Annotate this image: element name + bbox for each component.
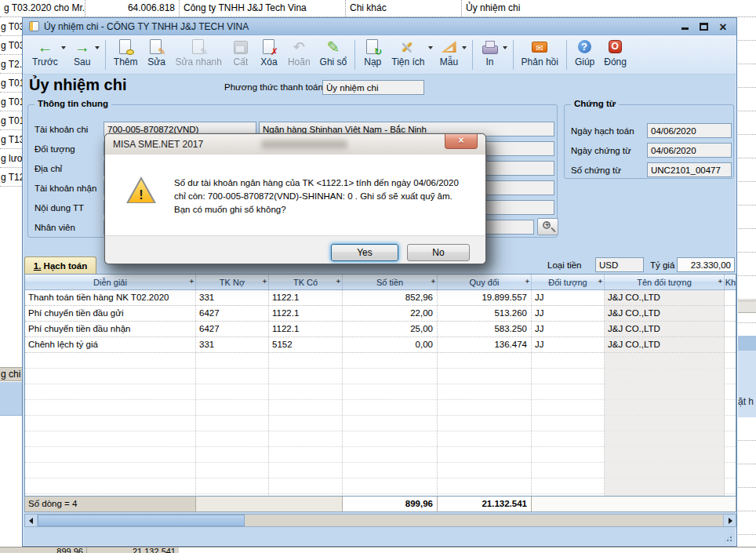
- maximize-button[interactable]: [697, 20, 711, 33]
- scroll-thumb[interactable]: [38, 515, 245, 526]
- form-row: Ngày hạch toán04/06/2020: [571, 123, 732, 138]
- column-header[interactable]: Số tiền+: [343, 275, 438, 289]
- scroll-right-arrow[interactable]: [723, 515, 736, 526]
- table-cell[interactable]: 852,96: [343, 290, 438, 305]
- horizontal-scrollbar[interactable]: [24, 514, 736, 527]
- table-cell[interactable]: [725, 322, 736, 337]
- table-cell[interactable]: 6427: [196, 322, 269, 337]
- toolbar-cat: Cất: [227, 38, 255, 69]
- wrench-icon: [398, 38, 417, 56]
- table-cell[interactable]: JJ: [532, 306, 605, 321]
- toolbar-in[interactable]: In: [476, 38, 510, 69]
- table-cell[interactable]: 5152: [269, 337, 343, 352]
- empty-cell: [605, 384, 725, 399]
- column-header[interactable]: Quy đổi+: [438, 275, 532, 289]
- close-button[interactable]: [716, 20, 730, 33]
- table-cell[interactable]: J&J CO.,LTD: [605, 290, 725, 305]
- table-footer-row: Số dòng = 4 899,96 21.132.541: [24, 497, 736, 512]
- table-cell[interactable]: 331: [196, 337, 269, 352]
- column-header[interactable]: Đối tượng+: [532, 275, 605, 289]
- toolbar-them[interactable]: Thêm: [109, 38, 143, 69]
- table-cell[interactable]: 331: [196, 290, 269, 305]
- empty-cell: [25, 416, 196, 431]
- bg-right-line: [738, 182, 756, 206]
- resize-grip[interactable]: [723, 533, 733, 543]
- table-cell[interactable]: [725, 337, 736, 352]
- scroll-left-arrow[interactable]: [25, 515, 38, 526]
- toolbar-label: Tiện ích: [391, 56, 424, 67]
- table-cell[interactable]: 1122.1: [269, 290, 343, 305]
- table-cell[interactable]: [725, 290, 736, 305]
- table-cell[interactable]: J&J CO.,LTD: [605, 306, 725, 321]
- column-header-label: TK Nợ: [220, 278, 245, 287]
- empty-cell: [605, 353, 725, 368]
- empty-cell: [438, 447, 532, 462]
- table-cell[interactable]: 22,00: [343, 306, 438, 321]
- table-cell[interactable]: JJ: [532, 290, 605, 305]
- document-date-label: Ngày chứng từ: [571, 146, 647, 155]
- table-cell[interactable]: 19.899.557: [438, 290, 532, 305]
- minimize-button[interactable]: [678, 20, 692, 33]
- table-cell[interactable]: J&J CO.,LTD: [605, 337, 725, 352]
- table-cell[interactable]: Chênh lệch tỷ giá: [25, 337, 196, 352]
- toolbar-xoa[interactable]: ✗Xóa: [255, 38, 283, 69]
- payment-method-field[interactable]: Ủy nhiệm chi: [322, 80, 424, 95]
- toolbar-label: Sửa: [147, 56, 165, 67]
- tab-hach-toan[interactable]: 1. Hạch toán: [24, 256, 96, 274]
- column-header[interactable]: Kh: [725, 275, 736, 289]
- table-cell[interactable]: 136.474: [438, 337, 532, 352]
- empty-cell: [532, 353, 605, 368]
- table-cell[interactable]: JJ: [532, 322, 605, 337]
- bg-right-line: [738, 17, 756, 41]
- rate-field[interactable]: 23.330,00: [677, 257, 735, 272]
- toolbar-tien-ich[interactable]: Tiện ích: [387, 38, 434, 69]
- bg-right-line: [738, 206, 756, 229]
- toolbar-label: Đóng: [604, 56, 627, 67]
- toolbar-phan-hoi[interactable]: ✉Phản hồi: [517, 38, 563, 69]
- toolbar-nap[interactable]: ↻Nạp: [358, 38, 387, 69]
- dialog-message: Số dư tài khoản ngân hàng của TK <1122.1…: [174, 176, 459, 216]
- table-cell[interactable]: 583.250: [438, 322, 532, 337]
- column-header[interactable]: Diễn giải+: [25, 275, 196, 289]
- toolbar-ghi-so[interactable]: ✎Ghi sổ: [315, 38, 352, 69]
- toolbar-mau[interactable]: Mẫu: [435, 38, 469, 69]
- table-cell[interactable]: JJ: [532, 337, 605, 352]
- empty-cell: [532, 384, 605, 399]
- table-cell[interactable]: 1122.1: [269, 306, 343, 321]
- table-cell[interactable]: 513.260: [438, 306, 532, 321]
- table-cell[interactable]: [725, 306, 736, 321]
- delete-document-icon: ✗: [260, 38, 278, 56]
- empty-cell: [25, 384, 196, 399]
- table-cell[interactable]: 25,00: [343, 322, 438, 337]
- empty-cell: [343, 353, 438, 368]
- column-header[interactable]: TK Nợ+: [196, 275, 269, 289]
- employee-lookup-button[interactable]: [537, 218, 558, 235]
- column-header[interactable]: TK Có+: [269, 275, 343, 289]
- toolbar-dong[interactable]: OĐóng: [599, 38, 631, 69]
- posting-date-field[interactable]: 04/06/2020: [647, 123, 732, 138]
- toolbar-truoc[interactable]: ←Trước: [27, 38, 68, 69]
- toolbar-giup[interactable]: ?Giúp: [570, 38, 599, 69]
- toolbar-sau[interactable]: →Sau: [68, 38, 102, 69]
- yes-button[interactable]: Yes: [331, 244, 398, 261]
- empty-cell: [269, 416, 343, 431]
- table-cell[interactable]: Thanh toán tiền hàng NK T02.2020: [25, 290, 196, 305]
- toolbar-label: Hoãn: [288, 56, 311, 67]
- empty-cell: [196, 447, 269, 462]
- chevron-down-icon: [462, 46, 467, 52]
- toolbar-sua[interactable]: ✎Sửa: [142, 38, 170, 69]
- column-header[interactable]: Tên đối tượng+: [605, 275, 725, 289]
- dialog-close-button[interactable]: [445, 134, 478, 149]
- empty-cell: [25, 400, 196, 415]
- document-date-field[interactable]: 04/06/2020: [647, 143, 732, 158]
- table-cell[interactable]: 1122.1: [269, 322, 343, 337]
- table-cell[interactable]: 6427: [196, 306, 269, 321]
- table-cell[interactable]: J&J CO.,LTD: [605, 322, 725, 337]
- currency-field[interactable]: USD: [595, 257, 644, 272]
- no-button[interactable]: No: [407, 244, 470, 261]
- document-number-field[interactable]: UNC2101_00477: [647, 162, 732, 177]
- page-head: Ủy nhiệm chi Phương thức thanh toán Ủy n…: [23, 75, 736, 101]
- table-cell[interactable]: 0,00: [343, 337, 438, 352]
- table-cell[interactable]: Phí chuyển tiền đầu nhận: [25, 322, 196, 337]
- table-cell[interactable]: Phí chuyển tiền đầu gửi: [25, 306, 196, 321]
